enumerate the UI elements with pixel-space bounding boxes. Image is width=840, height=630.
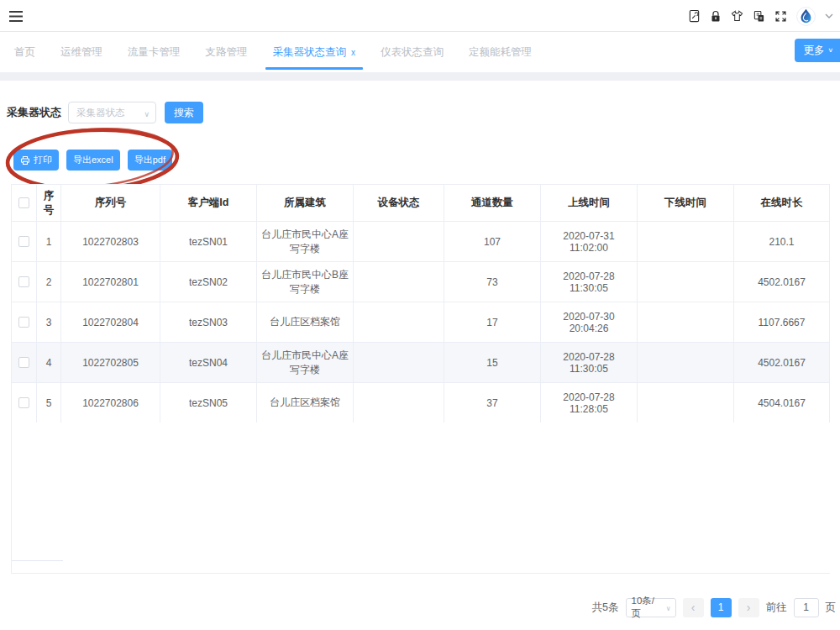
app-logo[interactable] [796, 7, 816, 26]
page-unit-label: 页 [826, 601, 837, 615]
cell-serial: 1022702804 [61, 302, 160, 342]
page-number-1[interactable]: 1 [711, 598, 732, 617]
cell-online-time: 2020-07-31 11:02:00 [541, 222, 638, 261]
tab-sim-card-management[interactable]: 流量卡管理 [115, 32, 193, 72]
tab-bar: 首页 运维管理 流量卡管理 支路管理 采集器状态查询 x 仪表状态查询 定额能耗… [0, 32, 840, 72]
tab-ops-management[interactable]: 运维管理 [48, 32, 115, 72]
tab-branch-management[interactable]: 支路管理 [193, 32, 260, 72]
tab-collector-status-query[interactable]: 采集器状态查询 x [260, 32, 369, 72]
cell-channel-count: 17 [444, 302, 541, 342]
cell-device-status [354, 302, 444, 342]
chevron-down-icon: ∨ [827, 47, 833, 54]
tabbar-divider [0, 72, 840, 81]
column-header-serial: 序列号 [61, 185, 160, 221]
cell-building: 台儿庄区档案馆 [257, 383, 354, 423]
cell-device-status [354, 222, 444, 261]
row-checkbox[interactable] [18, 317, 29, 328]
chevron-down-icon: ∨ [144, 110, 150, 118]
cell-channel-count: 73 [444, 262, 541, 302]
cell-serial: 1022702805 [61, 343, 160, 382]
cell-channel-count: 107 [444, 222, 541, 261]
export-excel-button[interactable]: 导出excel [66, 150, 120, 171]
row-checkbox[interactable] [18, 357, 29, 368]
table-row-highlighted[interactable]: 4 1022702805 tezSN04 台儿庄市民中心A座写字楼 15 202… [12, 342, 829, 382]
pagination: 共5条 10条/页 ∨ ‹ 1 › 前往 页 [592, 596, 836, 618]
cell-online-duration: 4504.0167 [734, 383, 829, 423]
cell-building: 台儿庄区档案馆 [257, 302, 354, 342]
search-button[interactable]: 搜索 [165, 102, 203, 123]
table-empty-area [11, 423, 830, 574]
goto-label: 前往 [766, 601, 787, 615]
cell-client-id: tezSN04 [160, 343, 257, 382]
column-header-device-status: 设备状态 [354, 185, 444, 221]
tab-quota-energy-management[interactable]: 定额能耗管理 [456, 32, 544, 72]
cell-device-status [354, 343, 444, 382]
cell-building: 台儿庄市民中心B座写字楼 [257, 262, 354, 302]
select-placeholder: 采集器状态 [76, 107, 125, 119]
cell-online-duration: 210.1 [734, 222, 829, 261]
collector-status-select[interactable]: 采集器状态 ∨ [68, 102, 156, 123]
total-count-label: 共5条 [592, 601, 619, 615]
lock-icon[interactable] [710, 10, 722, 23]
row-checkbox[interactable] [18, 236, 29, 247]
fixed-column-border [12, 560, 63, 561]
cell-serial: 1022702806 [61, 383, 160, 423]
cell-client-id: tezSN01 [160, 222, 257, 261]
table-row[interactable]: 2 1022702801 tezSN02 台儿庄市民中心B座写字楼 73 202… [12, 261, 829, 302]
column-header-channel-count: 通道数量 [444, 185, 541, 221]
tab-meter-status-query[interactable]: 仪表状态查询 [368, 32, 456, 72]
column-header-building: 所属建筑 [257, 185, 354, 221]
column-header-online-time: 上线时间 [541, 185, 638, 221]
select-all-cell [12, 185, 37, 221]
tab-home[interactable]: 首页 [2, 32, 48, 72]
shirt-icon[interactable] [731, 10, 743, 22]
more-tabs-button[interactable]: 更多 ∨ [795, 39, 840, 62]
cell-offline-time [638, 262, 734, 302]
column-header-client-id: 客户端Id [160, 185, 257, 221]
cell-offline-time [638, 383, 734, 423]
cell-client-id: tezSN05 [160, 383, 257, 423]
chevron-down-icon: ∨ [666, 605, 671, 612]
goto-page-input[interactable] [794, 598, 819, 617]
export-pdf-button[interactable]: 导出pdf [128, 150, 172, 171]
collector-status-label: 采集器状态 [7, 105, 61, 120]
print-button[interactable]: 打印 [13, 150, 59, 171]
cell-index: 4 [37, 343, 61, 382]
column-header-index: 序号 [37, 185, 61, 221]
row-checkbox[interactable] [18, 276, 29, 287]
hamburger-menu-icon[interactable] [8, 10, 24, 26]
select-all-checkbox[interactable] [18, 197, 29, 208]
cell-client-id: tezSN02 [160, 262, 257, 302]
cell-index: 5 [37, 383, 61, 423]
fullscreen-icon[interactable] [774, 10, 787, 23]
cell-building: 台儿庄市民中心A座写字楼 [257, 343, 354, 382]
prev-page-button[interactable]: ‹ [683, 598, 704, 617]
cell-client-id: tezSN03 [160, 302, 257, 342]
cell-device-status [354, 262, 444, 302]
user-menu-chevron-down-icon[interactable] [825, 13, 833, 18]
tab-list: 首页 运维管理 流量卡管理 支路管理 采集器状态查询 x 仪表状态查询 定额能耗… [0, 32, 840, 72]
copy-icon[interactable] [753, 10, 765, 23]
column-header-online-duration: 在线时长 [734, 185, 829, 221]
cell-online-time: 2020-07-28 11:30:05 [541, 343, 638, 382]
tool-document-icon[interactable] [688, 9, 701, 23]
tab-close-icon[interactable]: x [351, 48, 355, 57]
row-checkbox[interactable] [18, 397, 29, 408]
next-page-button[interactable]: › [738, 598, 759, 617]
column-header-offline-time: 下线时间 [638, 185, 734, 221]
printer-icon [20, 155, 30, 165]
cell-offline-time [638, 222, 734, 261]
cell-device-status [354, 383, 444, 423]
app-window: 首页 运维管理 流量卡管理 支路管理 采集器状态查询 x 仪表状态查询 定额能耗… [0, 0, 840, 630]
cell-channel-count: 15 [444, 343, 541, 382]
table-row[interactable]: 3 1022702804 tezSN03 台儿庄区档案馆 17 2020-07-… [12, 302, 829, 342]
page-size-select[interactable]: 10条/页 ∨ [626, 598, 676, 617]
topbar [0, 0, 840, 32]
table-row[interactable]: 1 1022702803 tezSN01 台儿庄市民中心A座写字楼 107 20… [12, 221, 829, 261]
cell-building: 台儿庄市民中心A座写字楼 [257, 222, 354, 261]
filter-row: 采集器状态 采集器状态 ∨ 搜索 [7, 102, 203, 123]
cell-online-time: 2020-07-28 11:28:05 [541, 383, 638, 423]
table-row[interactable]: 5 1022702806 tezSN05 台儿庄区档案馆 37 2020-07-… [12, 382, 829, 423]
cell-online-duration: 1107.6667 [734, 302, 829, 342]
cell-online-duration: 4502.0167 [734, 343, 829, 382]
